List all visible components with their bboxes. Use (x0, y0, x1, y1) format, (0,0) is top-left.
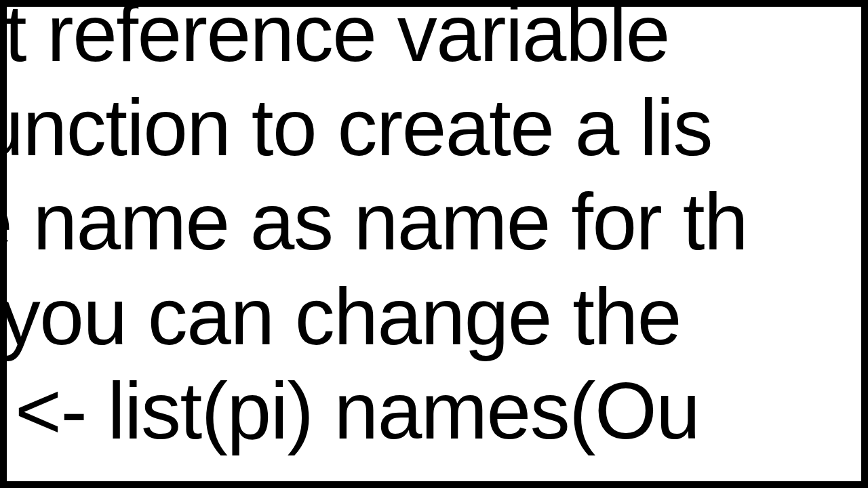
cropped-text-block: can't reference variable t() function to… (0, 0, 868, 458)
text-line-3: able name as name for th (0, 175, 868, 269)
text-line-1: can't reference variable (0, 0, 868, 81)
document-frame: can't reference variable t() function to… (0, 0, 868, 488)
text-line-4: list, you can change the (0, 270, 868, 364)
text-line-2: t() function to create a lis (0, 81, 868, 175)
text-line-5: tput <- list(pi) names(Ou (0, 364, 868, 458)
